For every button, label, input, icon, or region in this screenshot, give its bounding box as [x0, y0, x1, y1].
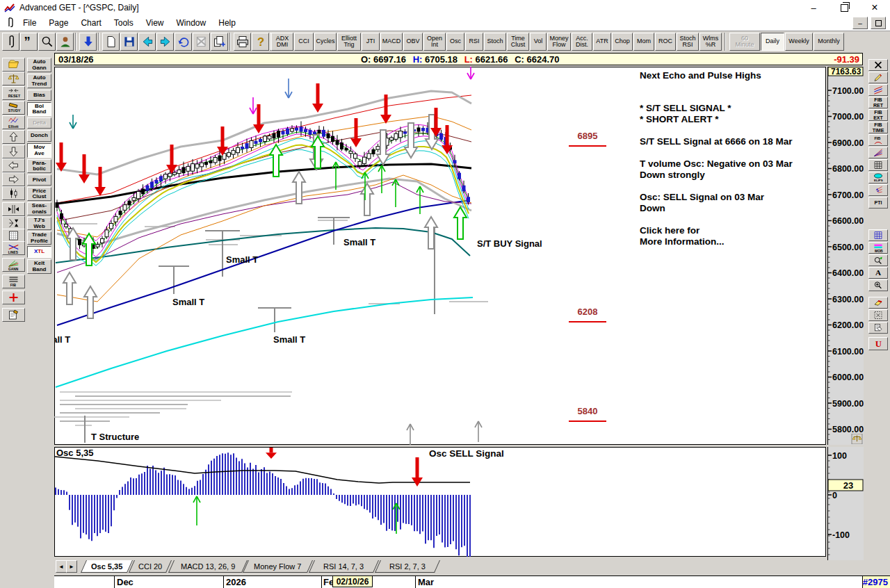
sidebar-study-delta[interactable]: Delta: [27, 117, 51, 129]
quotes-button[interactable]: ”: [20, 33, 38, 51]
menu-file[interactable]: File: [17, 16, 42, 30]
close-button[interactable]: ×: [859, 0, 890, 15]
fib-time-button[interactable]: FIBTIME: [868, 122, 888, 133]
page-forward-button[interactable]: [156, 33, 174, 51]
pitchfork-button[interactable]: [868, 184, 888, 196]
tab-money-flow-7[interactable]: Money Flow 7: [243, 560, 313, 573]
study-button-jti[interactable]: JTI: [362, 33, 380, 51]
more-info-link[interactable]: More Information...: [640, 236, 725, 247]
gann-grid-button[interactable]: [868, 159, 888, 171]
timeframe-weekly[interactable]: Weekly: [785, 33, 813, 51]
grid-dots-tool[interactable]: [2, 229, 25, 243]
tab-rsi-2-7-3[interactable]: RSI 2, 7, 3: [375, 560, 440, 573]
sidebar-study-kelt-band[interactable]: KeltBand: [27, 259, 51, 274]
study-button-stoch-rsi[interactable]: StochRSI: [677, 33, 699, 51]
pti-button[interactable]: PTI: [868, 197, 888, 209]
tab-rsi-14-7-3[interactable]: RSI 14, 7, 3: [309, 560, 379, 573]
trend-lines-button[interactable]: [868, 84, 888, 96]
gann-fan-button[interactable]: [868, 147, 888, 158]
study-button-obv[interactable]: OBV: [403, 33, 423, 51]
zoom-in-button[interactable]: [868, 279, 888, 291]
lines-tool[interactable]: LINES: [2, 241, 25, 255]
price-chart-canvas[interactable]: 689562085840S/T BUY SignalSmall TSmall T…: [54, 67, 826, 445]
elliott-tool[interactable]: Elliott: [2, 115, 25, 129]
notes-tool[interactable]: [2, 308, 25, 322]
sidebar-study-bias[interactable]: Bias: [27, 90, 51, 101]
page-back-button[interactable]: [138, 33, 156, 51]
study-button-adx-dmi[interactable]: ADXDMI: [271, 33, 293, 51]
timeframe-monthly[interactable]: Monthly: [814, 33, 844, 51]
study-button-money-flow[interactable]: MoneyFlow: [547, 33, 571, 51]
ellipse-button[interactable]: ELIPS: [868, 172, 888, 183]
person-button[interactable]: [56, 33, 74, 51]
sidebar-study-price-clust[interactable]: PriceClust: [27, 187, 51, 201]
menu-view[interactable]: View: [140, 16, 170, 30]
delete-x-button[interactable]: [193, 33, 210, 51]
sidebar-study-pivot[interactable]: Pivot: [27, 174, 51, 186]
sidebar-study-xtl[interactable]: XTL: [27, 246, 51, 258]
mdi-restore-button[interactable]: [871, 17, 886, 29]
sidebar-study-donch[interactable]: Donch: [27, 130, 51, 142]
more-info-link[interactable]: Click here for: [640, 225, 700, 236]
study-tool[interactable]: STUDY: [2, 101, 25, 115]
compress-v-tool[interactable]: [2, 216, 25, 230]
magnifier-button[interactable]: [38, 33, 56, 51]
menu-tools[interactable]: Tools: [108, 16, 140, 30]
fib-tool[interactable]: FIB: [2, 275, 25, 288]
study-button-elliott-trig[interactable]: ElliottTrig: [337, 33, 361, 51]
study-button-roc[interactable]: ROC: [655, 33, 676, 51]
close-button[interactable]: [868, 59, 888, 71]
sidebar-study-trade-profile[interactable]: TradeProfile: [27, 231, 51, 245]
restore-button[interactable]: [829, 0, 859, 15]
notes-button[interactable]: [868, 322, 888, 334]
arrow-down-tool[interactable]: [2, 145, 25, 158]
study-button-time-clust[interactable]: TimeClust: [507, 33, 529, 51]
tab-osc-5-35[interactable]: Osc 5,35: [81, 560, 133, 573]
tab-macd-13-26-9[interactable]: MACD 13, 26, 9: [168, 560, 248, 573]
tab-scroll-left[interactable]: ◄: [56, 560, 67, 573]
study-button-open-int[interactable]: OpenInt: [423, 33, 446, 51]
study-button-osc[interactable]: Osc: [446, 33, 464, 51]
arrow-up-tool[interactable]: [2, 130, 25, 144]
pin-button[interactable]: [2, 33, 19, 51]
cross-red-tool[interactable]: [2, 291, 25, 304]
save-button[interactable]: [120, 33, 138, 51]
mdi-minimize-button[interactable]: –: [852, 17, 868, 29]
sidebar-study-seas--onals[interactable]: Seas-onals: [27, 202, 51, 215]
minimize-button[interactable]: –: [798, 0, 829, 15]
sidebar-study-auto-gann[interactable]: AutoGann: [27, 58, 51, 72]
folder-open-tool[interactable]: [2, 58, 25, 72]
sidebar-study-tjs-web[interactable]: TJ'sWeb: [27, 217, 51, 230]
eraser-button[interactable]: [868, 297, 888, 309]
expand-h-tool[interactable]: [2, 202, 25, 216]
mob-button[interactable]: MOB: [868, 242, 888, 254]
study-button-chop[interactable]: Chop: [612, 33, 633, 51]
arrow-left-tool[interactable]: [2, 158, 25, 172]
axis-scale-button[interactable]: [851, 434, 863, 444]
fib-arc-button[interactable]: FIB: [868, 134, 888, 146]
menu-chart[interactable]: Chart: [74, 16, 107, 30]
scales-tool[interactable]: [2, 72, 25, 85]
rotate-button[interactable]: [175, 33, 192, 51]
pencil-button[interactable]: [868, 72, 888, 83]
new-doc-button[interactable]: [102, 33, 120, 51]
study-button-rsi[interactable]: RSI: [465, 33, 483, 51]
fib-extension-button[interactable]: FIBEXT: [868, 109, 888, 121]
study-button-cci[interactable]: CCI: [294, 33, 314, 51]
candles-tool[interactable]: [2, 186, 25, 200]
arrow-down-blue-button[interactable]: [79, 33, 97, 51]
study-button-acc-dist[interactable]: Acc.Dist.: [572, 33, 592, 51]
study-button-cycles[interactable]: Cycles: [314, 33, 337, 51]
study-button-wlms-r[interactable]: Wlms%R: [699, 33, 722, 51]
study-button-vol[interactable]: Vol: [530, 33, 547, 51]
sidebar-study-mov-ave[interactable]: MovAve: [27, 143, 51, 158]
text-tool-button[interactable]: A: [868, 267, 888, 279]
fib-retracement-button[interactable]: FIBRET: [868, 97, 888, 108]
study-button-stoch[interactable]: Stoch: [484, 33, 506, 51]
reset-tool[interactable]: RESET: [2, 86, 25, 100]
tab-scroll-right[interactable]: ►: [66, 560, 77, 573]
grid-button[interactable]: [868, 229, 888, 241]
sidebar-study-auto-trend[interactable]: AutoTrend: [27, 74, 51, 88]
printer-button[interactable]: [234, 33, 251, 51]
expand-button[interactable]: [868, 309, 888, 321]
